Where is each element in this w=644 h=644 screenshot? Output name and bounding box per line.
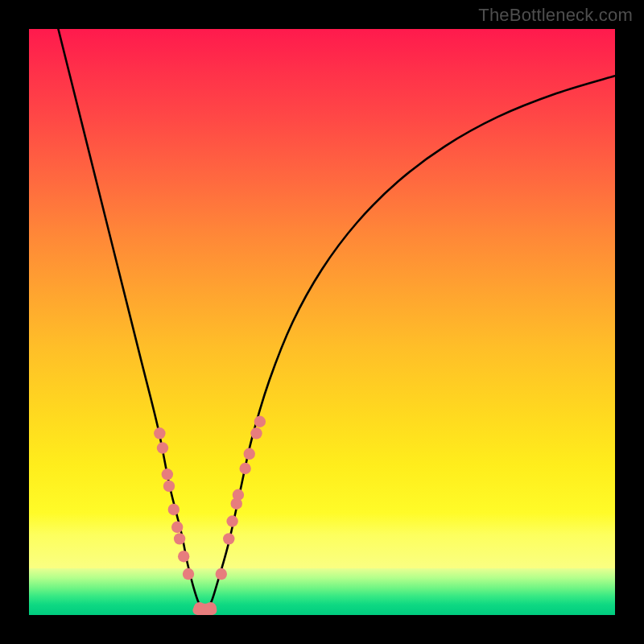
marker-dot [154,427,165,439]
marker-dot [239,463,250,474]
marker-dot [204,602,216,613]
marker-dot [226,515,237,526]
marker-dot [254,416,266,427]
marker-dot [250,427,262,439]
marker-dot [233,489,244,501]
chart-frame: TheBottleneck.com [0,0,644,644]
plot-area [29,29,615,615]
marker-dot [244,448,255,460]
marker-dot [163,481,175,492]
marker-dot [223,533,234,544]
marker-dot [216,568,227,580]
marker-dot [174,533,185,544]
watermark-text: TheBottleneck.com [478,5,633,26]
marker-dots-group [154,416,266,615]
bottleneck-curve [58,29,615,609]
marker-dot [171,522,183,533]
marker-dot [157,442,168,453]
marker-dot [162,469,173,480]
curve-svg [29,29,615,615]
marker-dot [178,551,189,562]
marker-dot [183,568,194,580]
marker-dot [168,504,180,515]
